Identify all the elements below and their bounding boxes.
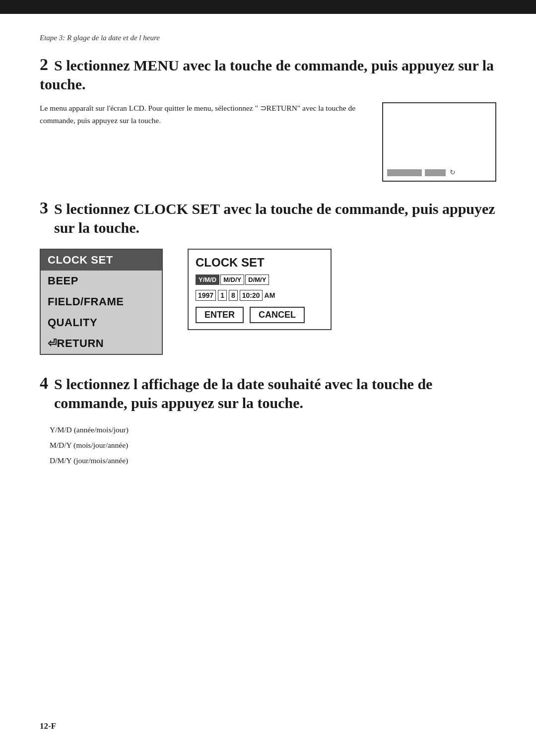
lcd-bar-1 <box>387 169 422 176</box>
step-4-list: Y/M/D (année/mois/jour) M/D/Y (mois/jour… <box>50 422 496 468</box>
step-3-heading-block: 3 S lectionnez CLOCK SET avec la touche … <box>40 200 496 249</box>
step-2-heading-block: 2 S lectionnez MENU avec la touche de co… <box>40 56 496 102</box>
date-value-row: 1997 1 8 10:20 AM <box>196 290 324 301</box>
step-2-body: Le menu apparaît sur l'écran LCD. Pour q… <box>40 102 496 182</box>
page-content: Etape 3: R glage de la date et de l heur… <box>0 14 536 523</box>
page-footer: 12-F <box>40 721 56 731</box>
list-item-ymd: Y/M/D (année/mois/jour) <box>50 422 496 437</box>
date-format-row: Y/M/D M/D/Y D/M/Y <box>196 275 324 285</box>
breadcrumb: Etape 3: R glage de la date et de l heur… <box>40 34 496 42</box>
step-3-heading: S lectionnez CLOCK SET avec la touche de… <box>54 200 496 237</box>
menu-item-quality[interactable]: QUALITY <box>41 312 162 333</box>
lcd-return-icon: ↻ <box>450 168 456 177</box>
fmt-dmy[interactable]: D/M/Y <box>245 275 269 285</box>
clock-set-title: CLOCK SET <box>196 256 324 270</box>
date-month[interactable]: 1 <box>218 290 227 301</box>
lcd-bottom-row: ↻ <box>387 168 491 177</box>
date-time[interactable]: 10:20 <box>240 290 263 301</box>
enter-button[interactable]: ENTER <box>196 307 244 323</box>
menu-item-field-frame[interactable]: FIELD/FRAME <box>41 291 162 312</box>
list-item-mdy: M/D/Y (mois/jour/année) <box>50 437 496 453</box>
date-year[interactable]: 1997 <box>196 290 216 301</box>
fmt-ymd[interactable]: Y/M/D <box>196 275 219 285</box>
step-4-block: 4 S lectionnez l affichage de la date so… <box>40 375 496 468</box>
menu-item-clock-set[interactable]: CLOCK SET <box>41 250 162 271</box>
step-2-heading: S lectionnez MENU avec la touche de comm… <box>40 56 496 93</box>
step-4-heading: S lectionnez l affichage de la date souh… <box>54 375 496 412</box>
top-bar <box>0 0 536 14</box>
list-item-dmy: D/M/Y (jour/mois/année) <box>50 453 496 468</box>
step-3-number: 3 <box>40 200 48 216</box>
step-2-block: 2 S lectionnez MENU avec la touche de co… <box>40 56 496 182</box>
lcd-mockup: ↻ <box>382 102 496 182</box>
fmt-mdy[interactable]: M/D/Y <box>220 275 244 285</box>
step-2-text: Le menu apparaît sur l'écran LCD. Pour q… <box>40 102 367 127</box>
date-ampm: AM <box>265 291 275 299</box>
lcd-bar-2 <box>425 169 446 176</box>
menu-box-1: CLOCK SET BEEP FIELD/FRAME QUALITY ⏎RETU… <box>40 249 163 355</box>
menus-row: CLOCK SET BEEP FIELD/FRAME QUALITY ⏎RETU… <box>40 249 496 355</box>
date-day[interactable]: 8 <box>229 290 238 301</box>
menu-box-2: CLOCK SET Y/M/D M/D/Y D/M/Y <box>188 249 332 330</box>
clock-action-row: ENTER CANCEL <box>196 307 324 323</box>
step-2-number: 2 <box>40 56 48 73</box>
step-3-block: 3 S lectionnez CLOCK SET avec la touche … <box>40 200 496 355</box>
step-4-heading-block: 4 S lectionnez l affichage de la date so… <box>40 375 496 422</box>
cancel-button[interactable]: CANCEL <box>250 307 305 323</box>
menu-item-beep[interactable]: BEEP <box>41 271 162 291</box>
step-4-number: 4 <box>40 375 48 392</box>
menu-item-return[interactable]: ⏎RETURN <box>41 333 162 354</box>
